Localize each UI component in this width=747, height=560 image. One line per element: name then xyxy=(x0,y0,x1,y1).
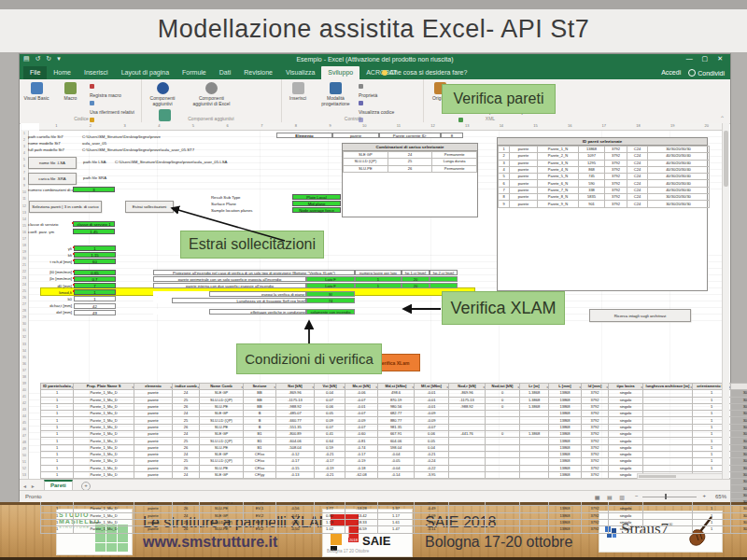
cell[interactable]: 3792 xyxy=(582,458,609,465)
cell[interactable]: -988.92 xyxy=(449,403,486,410)
condividi-button[interactable]: Condividi xyxy=(688,69,725,77)
cell[interactable]: 13868 xyxy=(549,465,582,471)
row-header[interactable]: 52 xyxy=(21,466,28,472)
cell[interactable]: 0.07 xyxy=(315,397,345,403)
row-header[interactable]: 2 xyxy=(21,137,28,144)
cell[interactable] xyxy=(520,458,549,465)
riferimenti-relativi-button[interactable]: Usa riferimenti relativi xyxy=(90,100,134,117)
cell[interactable]: 338 xyxy=(579,187,605,193)
cell[interactable]: Permanente xyxy=(432,165,477,172)
cell[interactable]: Parete_1_Mu_D xyxy=(74,519,134,525)
cell[interactable]: singolo xyxy=(609,403,643,410)
cell[interactable]: -0.13 xyxy=(415,519,449,525)
row-header[interactable]: 46 xyxy=(21,427,28,433)
accedi-button[interactable]: Accedi xyxy=(661,69,681,77)
cell[interactable]: 498.6 xyxy=(378,390,415,397)
cell[interactable] xyxy=(643,438,693,444)
cell[interactable]: singolo xyxy=(609,512,643,519)
cell[interactable]: -0.01 xyxy=(415,390,449,397)
cell[interactable]: 667.91 xyxy=(378,431,415,438)
cell[interactable]: CF/xx xyxy=(244,458,276,465)
cell[interactable]: -0.17 xyxy=(315,458,345,465)
elemento-value-cell[interactable]: parete xyxy=(332,133,379,138)
row-header[interactable]: 21 xyxy=(21,262,28,269)
cell[interactable]: 590 xyxy=(579,180,605,187)
cell[interactable]: -604.06 xyxy=(276,438,315,444)
column-header[interactable]: 3 xyxy=(107,123,142,130)
cell[interactable]: SLU-PE xyxy=(200,465,244,471)
cell[interactable]: Parete_8_N xyxy=(538,194,579,201)
fire-param-cell[interactable]: 0.7 xyxy=(74,276,116,282)
cell[interactable]: -16.59 xyxy=(345,526,378,533)
row-header[interactable]: 42 xyxy=(21,400,28,407)
hp2-cell[interactable] xyxy=(430,276,458,282)
visualizza-codice-button[interactable]: Visualizza codice xyxy=(359,100,411,117)
cell[interactable] xyxy=(449,444,486,451)
row-header[interactable]: 36 xyxy=(21,361,28,368)
cell[interactable]: -0.11 xyxy=(415,526,449,533)
cell[interactable]: 1 xyxy=(41,519,74,525)
cell[interactable]: C24 xyxy=(627,187,648,193)
registra-macro-button[interactable]: Registra macro xyxy=(90,83,134,100)
cell[interactable]: 25 xyxy=(173,519,200,525)
row-header[interactable]: 7 xyxy=(21,170,28,176)
row-header[interactable]: 3 xyxy=(21,144,28,150)
lato-cell[interactable]: Lato F xyxy=(306,276,355,282)
column-header[interactable]: Nod,r [kN]▾ xyxy=(449,384,486,390)
cell[interactable]: singolo xyxy=(609,458,643,465)
cell[interactable]: parete xyxy=(134,506,173,512)
cell[interactable]: B xyxy=(244,424,276,430)
cell[interactable]: parete xyxy=(134,411,173,417)
cell[interactable]: CF/yy xyxy=(244,471,276,478)
cell[interactable]: C24 xyxy=(627,153,648,160)
cell[interactable]: parete xyxy=(134,451,173,457)
cell[interactable]: 0.82 xyxy=(315,512,345,519)
cell[interactable]: singolo xyxy=(609,465,643,471)
cell[interactable] xyxy=(449,411,486,417)
cell[interactable]: 0 xyxy=(486,431,520,438)
cell[interactable]: 0.04 xyxy=(315,390,345,397)
cell[interactable]: 24 xyxy=(173,451,200,457)
cell[interactable]: 0.41 xyxy=(315,431,345,438)
cell[interactable]: -0.05 xyxy=(378,458,415,465)
lato-cell[interactable]: Lato F xyxy=(306,283,355,288)
cell[interactable]: 25 xyxy=(388,159,432,165)
cell[interactable]: 3792 xyxy=(582,444,609,451)
cell[interactable]: 3792 xyxy=(605,180,627,187)
cell[interactable]: 3792 xyxy=(605,194,627,201)
cell[interactable]: singolo xyxy=(609,438,643,444)
cell[interactable] xyxy=(643,424,693,430)
cell[interactable]: Parete_4_N xyxy=(538,166,579,173)
cell[interactable]: -0.56 xyxy=(276,506,315,512)
cell[interactable]: 0.07 xyxy=(315,424,345,430)
cell[interactable]: 40/30/20/30/40 xyxy=(648,174,710,180)
cell[interactable] xyxy=(449,451,486,457)
cell[interactable]: C24 xyxy=(627,180,648,187)
cell[interactable]: Permanente xyxy=(432,152,477,159)
cell[interactable]: parete xyxy=(510,166,538,173)
cell[interactable]: 0 xyxy=(486,403,520,410)
row-header[interactable]: 13 xyxy=(21,210,28,217)
cell[interactable]: 880.77 xyxy=(378,417,415,424)
componenti-aggiuntivi-button[interactable]: Componenti aggiuntivi xyxy=(142,82,183,106)
row-header[interactable]: 48 xyxy=(21,440,28,446)
hp1-cell[interactable]: 20 xyxy=(402,276,430,282)
column-header[interactable]: 19 xyxy=(655,123,690,130)
cell[interactable]: 3792 xyxy=(582,438,609,444)
cell[interactable]: 3792 xyxy=(605,174,627,180)
cell[interactable]: parete xyxy=(134,390,173,397)
cell[interactable]: 3792 xyxy=(582,431,609,438)
cell[interactable]: 40/30/20/30/40 xyxy=(648,187,710,193)
cell[interactable]: parete xyxy=(510,160,538,166)
cell[interactable]: EV-2 xyxy=(244,526,276,533)
cell[interactable]: 0.05 xyxy=(415,438,449,444)
cell[interactable]: -0.55 xyxy=(276,519,315,525)
row-header[interactable]: 30 xyxy=(21,321,28,328)
cell[interactable]: 1.3868 xyxy=(520,403,549,410)
cell[interactable]: 30/30/20/30/30 xyxy=(731,526,747,533)
inserisci-controllo-button[interactable]: Inserisci xyxy=(284,82,312,102)
column-header[interactable]: 8 xyxy=(279,123,314,130)
column-header[interactable]: 4 xyxy=(142,123,176,130)
column-header[interactable]: Nome Comb▾ xyxy=(200,384,244,390)
cell[interactable]: 13868 xyxy=(549,417,582,424)
